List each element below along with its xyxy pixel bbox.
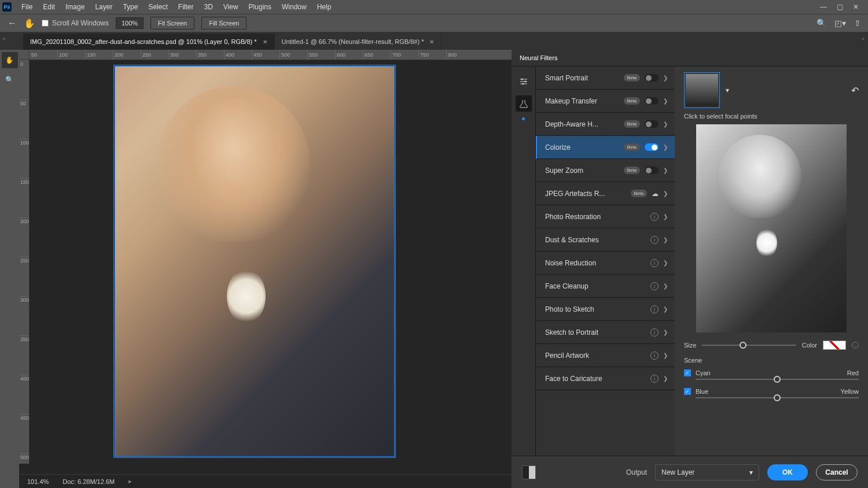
fill-screen-button[interactable]: Fill Screen [201,17,247,29]
menu-layer[interactable]: Layer [90,0,117,14]
filter-row[interactable]: Face Cleanupi❯ [536,275,675,298]
chevron-right-icon: ❯ [663,260,668,266]
filter-row[interactable]: Sketch to Portraiti❯ [536,321,675,344]
expand-right-icon[interactable]: « [862,36,865,42]
canvas[interactable]: 5010015020025030035040045050055060065070… [19,50,512,488]
filter-row[interactable]: Pencil Artworki❯ [536,344,675,367]
document-image[interactable] [115,66,395,457]
menu-window[interactable]: Window [277,0,312,14]
fit-screen-button[interactable]: Fit Screen [150,17,194,29]
menubar: Ps File Edit Image Layer Type Select Fil… [0,0,868,14]
chevron-right-icon: ❯ [663,144,668,150]
minimize-icon[interactable]: — [818,3,829,11]
ruler-tick: 750 [418,50,446,60]
menu-help[interactable]: Help [312,0,337,14]
output-select[interactable]: New Layer ▾ [655,464,759,480]
neural-filters-panel: Neural Filters Smart PortraitBeta❯Makeup… [512,50,868,488]
filter-row[interactable]: Noise Reductioni❯ [536,252,675,275]
info-icon[interactable]: i [650,352,659,360]
menu-image[interactable]: Image [60,0,90,14]
filter-row[interactable]: Makeup TransferBeta❯ [536,90,675,113]
filter-toggle[interactable] [645,97,659,105]
doc-status: Doc: 6.28M/12.6M [62,478,115,485]
menu-filter[interactable]: Filter [173,0,199,14]
menu-plugins[interactable]: Plugins [244,0,277,14]
search-icon[interactable]: 🔍 [816,19,826,28]
face-thumbnail[interactable] [684,72,720,108]
cyan-red-slider[interactable] [696,379,859,380]
filter-row[interactable]: ColorizeBeta❯ [536,136,675,159]
info-icon[interactable]: i [650,259,659,267]
options-bar: ← ✋ Scroll All Windows 100% Fit Screen F… [0,14,868,32]
hand-tool[interactable]: ✋ [2,52,18,68]
menu-view[interactable]: View [218,0,244,14]
size-label: Size [684,342,696,349]
hand-tool-icon[interactable]: ✋ [24,18,35,28]
menu-select[interactable]: Select [143,0,172,14]
color-swatch[interactable] [823,341,846,350]
adjustments-icon[interactable] [516,73,532,90]
info-icon[interactable]: i [650,375,659,383]
chevron-right-icon: ❯ [663,121,668,127]
menu-edit[interactable]: Edit [38,0,60,14]
info-icon[interactable]: i [650,213,659,221]
blue-checkbox[interactable]: ✓ [684,388,691,395]
info-icon[interactable]: i [650,282,659,290]
panel-footer: Output New Layer ▾ OK Cancel [512,456,868,488]
status-chevron-icon[interactable]: ▸ [128,478,132,485]
cyan-checkbox[interactable]: ✓ [684,369,691,376]
back-icon[interactable]: ← [7,18,17,28]
zoom-field[interactable]: 100% [116,17,144,29]
filter-row[interactable]: Depth-Aware H...Beta❯ [536,113,675,136]
filter-row[interactable]: Photo to Sketchi❯ [536,298,675,321]
filter-toggle[interactable] [645,167,659,174]
zoom-tool[interactable]: 🔍 [2,72,18,88]
filter-row[interactable]: Face to Caricaturei❯ [536,367,675,390]
info-icon[interactable]: i [650,236,659,244]
ruler-tick: 300 [19,296,29,335]
remove-color-icon[interactable]: – [852,342,859,349]
cloud-download-icon[interactable]: ☁ [652,190,659,198]
menu-file[interactable]: File [16,0,38,14]
ruler-tick: 600 [335,50,363,60]
ok-button[interactable]: OK [767,464,808,480]
menu-3d[interactable]: 3D [198,0,218,14]
scroll-all-input[interactable] [42,20,49,27]
tab-close-icon[interactable]: ✕ [429,39,434,45]
horizontal-ruler: 5010015020025030035040045050055060065070… [30,50,512,60]
filter-row[interactable]: Super ZoomBeta❯ [536,159,675,182]
before-after-icon[interactable] [522,465,536,479]
ruler-tick: 700 [391,50,418,60]
yellow-label: Yellow [841,388,859,395]
chevron-down-icon[interactable]: ▾ [726,86,729,94]
filter-row[interactable]: Photo Restorationi❯ [536,205,675,228]
workspace-icon[interactable]: ◰▾ [834,19,846,28]
filter-row[interactable]: JPEG Artefacts R...Beta☁❯ [536,182,675,205]
share-icon[interactable]: ⇧ [854,19,861,28]
beta-filters-icon[interactable] [516,95,532,112]
menu-type[interactable]: Type [117,0,143,14]
filter-toggle[interactable] [645,74,659,82]
expand-left-icon[interactable]: » [2,36,5,42]
scroll-all-checkbox[interactable]: Scroll All Windows [42,19,109,27]
panel-tab-neural-filters[interactable]: Neural Filters [512,51,565,66]
info-icon[interactable]: i [650,305,659,313]
tab-label: Untitled-1 @ 66.7% (Neural-filter-result… [282,38,424,45]
preview-image[interactable] [696,124,847,332]
cancel-button[interactable]: Cancel [816,464,858,480]
maximize-icon[interactable]: ▢ [834,3,845,11]
filter-name: Pencil Artwork [545,352,646,360]
filter-toggle[interactable] [645,120,659,128]
filter-row[interactable]: Dust & Scratchesi❯ [536,228,675,252]
info-icon[interactable]: i [650,328,659,337]
size-slider[interactable] [702,345,796,346]
document-tab[interactable]: Untitled-1 @ 66.7% (Neural-filter-result… [275,34,442,50]
document-tab[interactable]: IMG_20201108_0002_after-dust-and-scratch… [23,34,275,50]
filter-toggle[interactable] [645,143,659,151]
svg-point-1 [524,81,526,83]
tab-close-icon[interactable]: ✕ [263,39,267,45]
filter-row[interactable]: Smart PortraitBeta❯ [536,66,675,90]
reset-icon[interactable]: ↶ [851,85,859,96]
close-icon[interactable]: ✕ [851,3,861,11]
blue-yellow-slider[interactable] [696,397,859,398]
